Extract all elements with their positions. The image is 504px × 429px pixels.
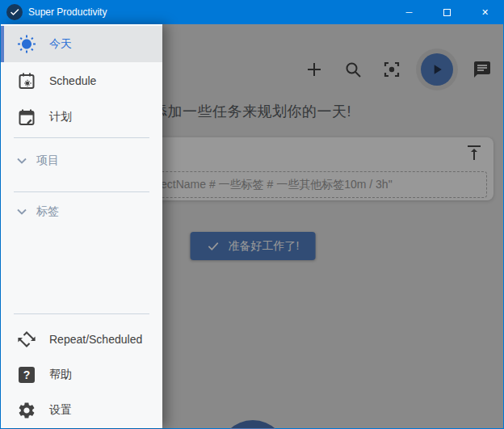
app-window: Super Productivity ─ ✕ 添加一些任务来规划你的一天!	[0, 0, 504, 429]
sidebar-drawer: 今天 Schedule 计划 项目 标签	[1, 24, 162, 428]
maximize-icon	[443, 9, 451, 16]
chevron-down-icon	[14, 153, 30, 169]
calendar-edit-icon	[17, 107, 36, 127]
sidebar-divider	[14, 137, 149, 138]
help-icon: ?	[17, 365, 36, 385]
window-controls: ─ ✕	[390, 0, 504, 24]
sun-icon	[17, 35, 36, 54]
window-title: Super Productivity	[28, 6, 390, 18]
sidebar-item-help[interactable]: ? 帮助	[1, 357, 162, 393]
maximize-button[interactable]	[428, 0, 466, 24]
titlebar: Super Productivity ─ ✕	[0, 0, 504, 24]
settings-gear-icon	[17, 401, 36, 420]
content-area: 添加一些任务来规划你的一天! ectName # 一些标签 # 一些其他标签10…	[1, 24, 503, 428]
sidebar-group-label: 项目	[36, 154, 59, 168]
chevron-down-icon	[14, 204, 30, 220]
sidebar-item-plan[interactable]: 计划	[1, 99, 162, 135]
sidebar-item-schedule[interactable]: Schedule	[1, 62, 162, 99]
sidebar-item-label: 今天	[49, 37, 72, 52]
sidebar-item-today[interactable]: 今天	[1, 26, 162, 62]
sidebar-divider	[14, 313, 149, 314]
sidebar-group-projects[interactable]: 项目	[1, 145, 162, 177]
repeat-icon	[13, 326, 40, 353]
minimize-button[interactable]: ─	[390, 0, 428, 24]
sidebar-item-settings[interactable]: 设置	[1, 393, 162, 428]
sidebar-divider	[14, 191, 149, 192]
app-logo-check-icon	[6, 4, 23, 20]
sidebar-item-label: Repeat/Scheduled	[49, 333, 142, 346]
sidebar-item-label: 设置	[49, 403, 72, 418]
sidebar-group-tags[interactable]: 标签	[1, 196, 162, 228]
close-button[interactable]: ✕	[466, 0, 504, 24]
minimize-icon: ─	[406, 8, 413, 17]
sidebar-item-label: Schedule	[49, 74, 96, 87]
sidebar-item-repeat-scheduled[interactable]: Repeat/Scheduled	[1, 322, 162, 357]
close-icon: ✕	[481, 8, 489, 17]
sidebar-group-label: 标签	[36, 204, 59, 219]
sidebar-item-label: 计划	[49, 110, 72, 124]
sidebar-item-label: 帮助	[49, 368, 72, 382]
calendar-sun-icon	[17, 71, 36, 90]
